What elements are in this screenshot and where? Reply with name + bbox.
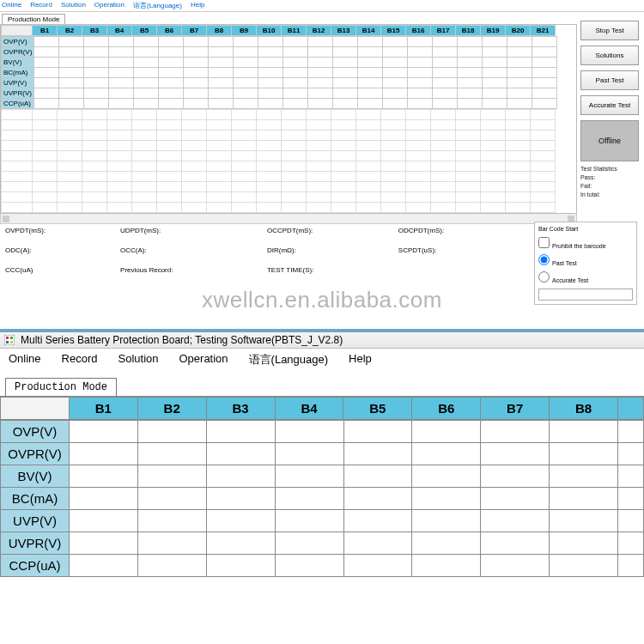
column-header[interactable]: B21 — [531, 26, 556, 36]
grid-cell[interactable] — [507, 99, 532, 109]
grid-cell[interactable] — [70, 443, 138, 465]
grid-cell[interactable] — [184, 68, 209, 78]
grid-cell[interactable] — [308, 78, 333, 88]
grid-cell[interactable] — [412, 510, 481, 532]
grid-cell[interactable] — [358, 68, 383, 78]
grid-cell[interactable] — [433, 68, 458, 78]
grid-cell[interactable] — [433, 47, 458, 58]
column-header[interactable]: B16 — [406, 26, 431, 36]
grid-cell[interactable] — [206, 421, 275, 443]
grid-cell[interactable] — [34, 78, 59, 88]
row-header[interactable]: BV(V) — [1, 465, 70, 488]
grid-cell[interactable] — [481, 532, 550, 555]
grid-cell[interactable] — [137, 555, 206, 577]
row-header[interactable]: UVPR(V) — [1, 532, 70, 555]
grid-cell[interactable] — [481, 443, 550, 465]
menu-solution[interactable]: Solution — [118, 352, 159, 368]
grid-cell[interactable] — [408, 78, 433, 88]
grid-cell[interactable] — [258, 68, 283, 78]
grid-cell[interactable] — [109, 99, 134, 109]
column-header[interactable]: B4 — [107, 26, 132, 36]
grid-cell[interactable] — [209, 88, 234, 99]
grid-cell[interactable] — [159, 99, 184, 109]
grid-cell[interactable] — [206, 555, 275, 577]
grid-cell[interactable] — [258, 88, 283, 99]
grid-cell[interactable] — [333, 37, 358, 47]
grid-cell[interactable] — [308, 99, 333, 109]
grid-cell[interactable] — [532, 47, 557, 58]
grid-cell[interactable] — [159, 58, 184, 68]
column-header[interactable]: B5 — [132, 26, 157, 36]
grid-cell[interactable] — [343, 555, 412, 577]
grid-cell[interactable] — [507, 47, 532, 58]
grid-cell[interactable] — [34, 99, 59, 109]
grid-cell[interactable] — [283, 58, 308, 68]
barcode-input[interactable] — [538, 289, 633, 301]
menu-operation[interactable]: Operation — [94, 1, 125, 10]
grid-cell[interactable] — [618, 443, 644, 465]
grid-cell[interactable] — [258, 99, 283, 109]
grid-cell[interactable] — [137, 465, 206, 488]
grid-cell[interactable] — [184, 37, 209, 47]
menu-language[interactable]: 语言(Language) — [249, 352, 329, 368]
row-header[interactable]: OVP(V) — [1, 421, 70, 443]
grid-cell[interactable] — [333, 58, 358, 68]
grid-cell[interactable] — [458, 78, 483, 88]
grid-cell[interactable] — [358, 47, 383, 58]
grid-cell[interactable] — [333, 88, 358, 99]
grid-cell[interactable] — [70, 465, 138, 488]
grid-cell[interactable] — [84, 37, 109, 47]
grid-cell[interactable] — [618, 555, 644, 577]
data-grid[interactable]: B1B2B3B4B5B6B7B8 OVP(V)OVPR(V)BV(V)BC(mA… — [0, 396, 644, 577]
grid-cell[interactable] — [408, 58, 433, 68]
row-header[interactable]: BV(V) — [2, 58, 34, 68]
radio-accurate-test[interactable]: Accurate Test — [538, 271, 633, 283]
row-header[interactable]: CCP(uA) — [2, 99, 34, 109]
grid-cell[interactable] — [618, 421, 644, 443]
checkbox-prohibit-barcode[interactable]: Prohibit the barcode — [538, 237, 633, 249]
grid-cell[interactable] — [507, 37, 532, 47]
grid-cell[interactable] — [70, 488, 138, 510]
grid-cell[interactable] — [34, 68, 59, 78]
grid-cell[interactable] — [283, 37, 308, 47]
row-header[interactable]: OVPR(V) — [2, 47, 34, 58]
column-header[interactable]: B3 — [206, 398, 275, 420]
column-header[interactable]: B13 — [331, 26, 356, 36]
grid-cell[interactable] — [109, 58, 134, 68]
grid-cell[interactable] — [458, 68, 483, 78]
grid-cell[interactable] — [283, 88, 308, 99]
grid-cell[interactable] — [275, 488, 343, 510]
grid-cell[interactable] — [358, 37, 383, 47]
grid-cell[interactable] — [184, 88, 209, 99]
column-header[interactable]: B8 — [550, 398, 618, 420]
grid-cell[interactable] — [483, 99, 507, 109]
grid-cell[interactable] — [275, 555, 343, 577]
grid-cell[interactable] — [234, 68, 258, 78]
grid-cell[interactable] — [383, 68, 408, 78]
grid-cell[interactable] — [618, 488, 644, 510]
column-header[interactable]: B1 — [69, 398, 137, 420]
solutions-button[interactable]: Solutions — [580, 46, 639, 65]
grid-cell[interactable] — [408, 99, 433, 109]
grid-cell[interactable] — [408, 47, 433, 58]
grid-cell[interactable] — [507, 78, 532, 88]
grid-cell[interactable] — [134, 37, 159, 47]
grid-cell[interactable] — [234, 78, 258, 88]
grid-cell[interactable] — [283, 47, 308, 58]
grid-cell[interactable] — [137, 421, 206, 443]
grid-cell[interactable] — [383, 58, 408, 68]
grid-cell[interactable] — [70, 421, 138, 443]
grid-cell[interactable] — [234, 99, 258, 109]
grid-cell[interactable] — [383, 37, 408, 47]
grid-cell[interactable] — [343, 532, 412, 555]
column-header[interactable]: B4 — [275, 398, 343, 420]
grid-cell[interactable] — [408, 68, 433, 78]
grid-cell[interactable] — [308, 58, 333, 68]
grid-cell[interactable] — [483, 88, 507, 99]
menu-language[interactable]: 语言(Language) — [133, 1, 182, 10]
grid-cell[interactable] — [433, 78, 458, 88]
grid-cell[interactable] — [358, 88, 383, 99]
grid-cell[interactable] — [137, 443, 206, 465]
grid-cell[interactable] — [308, 47, 333, 58]
grid-cell[interactable] — [483, 47, 507, 58]
